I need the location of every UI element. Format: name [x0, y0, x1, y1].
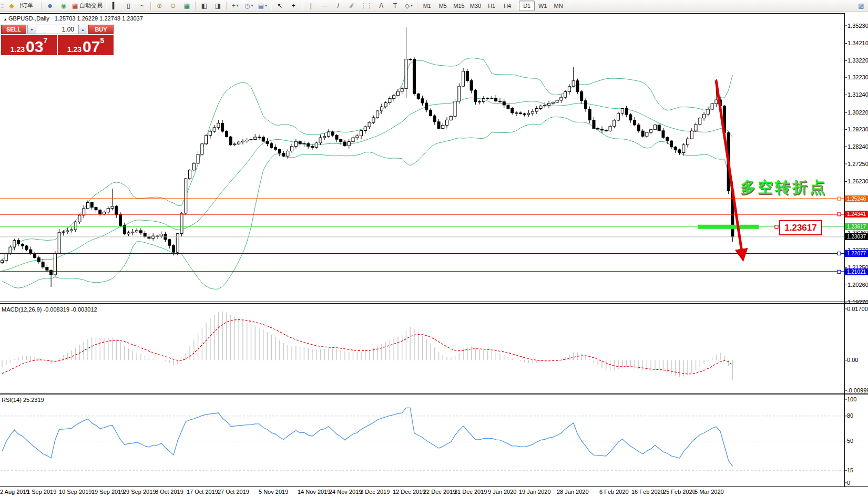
- toolbar-extra-button[interactable]: ▨: [854, 1, 868, 11]
- candle-body: [486, 98, 489, 99]
- candle-body: [78, 215, 81, 222]
- timeframe-mn-button[interactable]: MN: [550, 1, 566, 11]
- symbol-name: GBPUSD-,Daily: [8, 15, 49, 22]
- volume-increase-button[interactable]: ▲: [78, 25, 87, 34]
- profile-button[interactable]: ☻: [43, 1, 57, 11]
- candle-body: [266, 141, 269, 143]
- candle-body: [299, 141, 301, 144]
- candle-body: [442, 125, 444, 128]
- toolbar-grip: [1, 2, 4, 9]
- sell-price-button[interactable]: 1.23 03 7: [1, 35, 57, 55]
- timeframe-h4-button[interactable]: H4: [499, 1, 515, 11]
- candle-body: [523, 114, 526, 115]
- candle-body: [176, 234, 179, 252]
- trend-arrow[interactable]: [716, 80, 742, 255]
- turning-point-annotation[interactable]: 多空转折点: [740, 177, 827, 198]
- candle-body: [287, 151, 289, 156]
- text-label-button[interactable]: T: [388, 1, 402, 11]
- date-label: 17 Oct 2019: [187, 489, 218, 495]
- ohlc-values: 1.25703 1.26229 1.22748 1.23037: [55, 15, 143, 22]
- timeframe-m1-button[interactable]: M1: [419, 1, 435, 11]
- new-order-button[interactable]: 新订单: [18, 1, 39, 11]
- indicators-button[interactable]: ▤▾: [256, 1, 269, 11]
- bollinger-lower-band[interactable]: [2, 117, 732, 289]
- candle-body: [674, 147, 677, 150]
- line-handle-marker[interactable]: [838, 213, 841, 216]
- timeframe-w1-button[interactable]: W1: [535, 1, 550, 11]
- channel-button[interactable]: ∕∕: [345, 1, 359, 11]
- vertical-line-button[interactable]: |: [304, 1, 318, 11]
- toolbar-separator: [226, 2, 227, 10]
- callout-handle-marker[interactable]: [775, 225, 778, 229]
- line-handle-marker[interactable]: [838, 252, 841, 255]
- date-label: 27 Oct 2019: [218, 489, 249, 495]
- price-level-badge: 1.25246: [845, 195, 868, 202]
- signal-button[interactable]: ◉: [57, 1, 70, 11]
- candle-body: [539, 106, 542, 109]
- bollinger-middle-band[interactable]: [2, 98, 732, 271]
- new-chart-button[interactable]: +▾: [228, 1, 242, 11]
- candle-body: [327, 132, 330, 136]
- timeframe-h1-button[interactable]: H1: [484, 1, 499, 11]
- line-chart-button[interactable]: ~: [135, 1, 149, 11]
- price-tick-label: 1.29230: [847, 126, 868, 132]
- autotrading-button[interactable]: ▦自动交易: [70, 1, 104, 11]
- autotrading-label: 自动交易: [79, 2, 103, 9]
- buy-price-pip: 5: [100, 36, 104, 45]
- arrows-button[interactable]: ◇▾: [402, 1, 415, 11]
- timeframe-m15-button[interactable]: M15: [451, 1, 467, 11]
- timeframe-d1-button[interactable]: D1: [519, 1, 535, 11]
- candle-body: [609, 126, 611, 131]
- zoom-in-button[interactable]: ⊕: [152, 1, 166, 11]
- sell-button[interactable]: SELL: [1, 25, 26, 34]
- candle-body: [139, 231, 142, 233]
- line-handle-marker[interactable]: [838, 270, 841, 273]
- toolbar-separator: [302, 2, 302, 10]
- volume-decrease-button[interactable]: ▼: [27, 25, 36, 34]
- chart-canvas[interactable]: [0, 0, 868, 497]
- cursor-button[interactable]: ↖: [273, 1, 287, 11]
- periodicity-icon: ◷: [244, 3, 250, 9]
- dropdown-caret-icon: ▾: [411, 3, 413, 8]
- macd-pane[interactable]: [2, 312, 732, 380]
- candle-body: [478, 101, 481, 102]
- candle-body: [17, 241, 20, 244]
- candle-body: [474, 90, 477, 101]
- text-button[interactable]: A: [374, 1, 388, 11]
- candlestick-chart-button[interactable]: ▯: [121, 1, 135, 11]
- tile-windows-button[interactable]: ▦: [180, 1, 193, 11]
- buy-button[interactable]: BUY: [88, 25, 114, 34]
- buy-price-button[interactable]: 1.23 07 5: [58, 35, 114, 55]
- candle-body: [189, 170, 191, 179]
- candle-body: [393, 96, 395, 99]
- candle-body: [50, 270, 53, 274]
- trendline-button[interactable]: /: [331, 1, 345, 11]
- fibonacci-button[interactable]: ⋮⋮: [359, 1, 374, 11]
- candle-body: [544, 105, 546, 106]
- dropdown-caret-icon: ▾: [237, 3, 239, 8]
- candle-body: [396, 91, 399, 96]
- crosshair-button[interactable]: +: [287, 1, 300, 11]
- price-callout-box[interactable]: 1.23617: [779, 220, 822, 235]
- rsi-pane[interactable]: [0, 408, 844, 470]
- bar-chart-button[interactable]: ▍: [108, 1, 121, 11]
- horizontal-line-button[interactable]: —: [318, 1, 331, 11]
- price-tick-label: 1.33220: [847, 57, 868, 64]
- price-pane[interactable]: [0, 27, 844, 289]
- chart-shift-button[interactable]: ◨: [211, 1, 224, 11]
- line-handle-marker[interactable]: [838, 197, 841, 200]
- timeframe-m5-button[interactable]: M5: [435, 1, 451, 11]
- candle-body: [576, 81, 579, 92]
- candle-body: [160, 234, 162, 236]
- bollinger-upper-band[interactable]: [2, 58, 732, 260]
- timeframe-m30-button[interactable]: M30: [467, 1, 484, 11]
- candle-body: [564, 92, 567, 98]
- auto-scroll-button[interactable]: ◧: [197, 1, 211, 11]
- new-order-button[interactable]: ◆: [5, 1, 18, 11]
- zoom-out-button[interactable]: ⊖: [166, 1, 180, 11]
- candle-body: [344, 142, 346, 146]
- volume-input[interactable]: 1.00: [36, 25, 78, 34]
- candle-body: [66, 231, 69, 232]
- highlight-zone[interactable]: [698, 225, 759, 229]
- periodicity-button[interactable]: ◷▾: [242, 1, 256, 11]
